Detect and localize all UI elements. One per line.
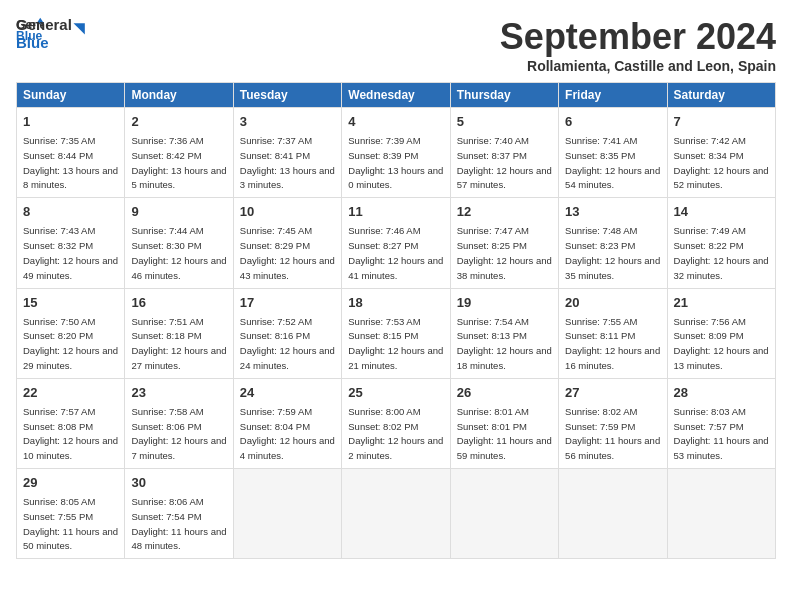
day-info: Sunrise: 7:42 AMSunset: 8:34 PMDaylight:… [674,135,769,190]
day-info: Sunrise: 7:48 AMSunset: 8:23 PMDaylight:… [565,225,660,280]
day-info: Sunrise: 8:03 AMSunset: 7:57 PMDaylight:… [674,406,769,461]
calendar-cell [342,469,450,559]
calendar-cell: 23 Sunrise: 7:58 AMSunset: 8:06 PMDaylig… [125,378,233,468]
calendar-cell: 24 Sunrise: 7:59 AMSunset: 8:04 PMDaylig… [233,378,341,468]
day-info: Sunrise: 7:49 AMSunset: 8:22 PMDaylight:… [674,225,769,280]
day-info: Sunrise: 8:01 AMSunset: 8:01 PMDaylight:… [457,406,552,461]
calendar-cell [233,469,341,559]
calendar-cell: 8 Sunrise: 7:43 AMSunset: 8:32 PMDayligh… [17,198,125,288]
day-number: 25 [348,384,443,402]
calendar-cell [559,469,667,559]
location-subtitle: Rollamienta, Castille and Leon, Spain [500,58,776,74]
day-number: 7 [674,113,769,131]
calendar-cell: 15 Sunrise: 7:50 AMSunset: 8:20 PMDaylig… [17,288,125,378]
day-info: Sunrise: 7:36 AMSunset: 8:42 PMDaylight:… [131,135,226,190]
day-number: 20 [565,294,660,312]
day-number: 28 [674,384,769,402]
calendar-week-row: 1 Sunrise: 7:35 AMSunset: 8:44 PMDayligh… [17,108,776,198]
calendar-cell [667,469,775,559]
day-number: 4 [348,113,443,131]
calendar-cell: 20 Sunrise: 7:55 AMSunset: 8:11 PMDaylig… [559,288,667,378]
calendar-cell: 4 Sunrise: 7:39 AMSunset: 8:39 PMDayligh… [342,108,450,198]
header-tuesday: Tuesday [233,83,341,108]
calendar-cell: 27 Sunrise: 8:02 AMSunset: 7:59 PMDaylig… [559,378,667,468]
day-info: Sunrise: 8:06 AMSunset: 7:54 PMDaylight:… [131,496,226,551]
calendar-week-row: 15 Sunrise: 7:50 AMSunset: 8:20 PMDaylig… [17,288,776,378]
day-number: 30 [131,474,226,492]
day-info: Sunrise: 7:44 AMSunset: 8:30 PMDaylight:… [131,225,226,280]
day-info: Sunrise: 7:41 AMSunset: 8:35 PMDaylight:… [565,135,660,190]
day-number: 5 [457,113,552,131]
day-number: 17 [240,294,335,312]
calendar-cell: 19 Sunrise: 7:54 AMSunset: 8:13 PMDaylig… [450,288,558,378]
day-info: Sunrise: 7:45 AMSunset: 8:29 PMDaylight:… [240,225,335,280]
calendar-week-row: 29 Sunrise: 8:05 AMSunset: 7:55 PMDaylig… [17,469,776,559]
calendar-cell: 16 Sunrise: 7:51 AMSunset: 8:18 PMDaylig… [125,288,233,378]
calendar-cell: 22 Sunrise: 7:57 AMSunset: 8:08 PMDaylig… [17,378,125,468]
calendar-cell: 2 Sunrise: 7:36 AMSunset: 8:42 PMDayligh… [125,108,233,198]
calendar-cell [450,469,558,559]
day-number: 21 [674,294,769,312]
day-number: 26 [457,384,552,402]
logo-blue: Blue [16,34,49,52]
day-number: 2 [131,113,226,131]
calendar-cell: 1 Sunrise: 7:35 AMSunset: 8:44 PMDayligh… [17,108,125,198]
day-info: Sunrise: 7:39 AMSunset: 8:39 PMDaylight:… [348,135,443,190]
calendar-cell: 21 Sunrise: 7:56 AMSunset: 8:09 PMDaylig… [667,288,775,378]
logo-arrow-icon [73,17,90,34]
day-number: 22 [23,384,118,402]
day-info: Sunrise: 8:05 AMSunset: 7:55 PMDaylight:… [23,496,118,551]
day-info: Sunrise: 7:59 AMSunset: 8:04 PMDaylight:… [240,406,335,461]
title-area: September 2024 Rollamienta, Castille and… [500,16,776,74]
calendar-cell: 26 Sunrise: 8:01 AMSunset: 8:01 PMDaylig… [450,378,558,468]
day-number: 24 [240,384,335,402]
calendar-cell: 17 Sunrise: 7:52 AMSunset: 8:16 PMDaylig… [233,288,341,378]
calendar-cell: 25 Sunrise: 8:00 AMSunset: 8:02 PMDaylig… [342,378,450,468]
calendar-cell: 10 Sunrise: 7:45 AMSunset: 8:29 PMDaylig… [233,198,341,288]
day-info: Sunrise: 7:43 AMSunset: 8:32 PMDaylight:… [23,225,118,280]
header-sunday: Sunday [17,83,125,108]
calendar-cell: 28 Sunrise: 8:03 AMSunset: 7:57 PMDaylig… [667,378,775,468]
day-number: 12 [457,203,552,221]
day-info: Sunrise: 7:40 AMSunset: 8:37 PMDaylight:… [457,135,552,190]
header-wednesday: Wednesday [342,83,450,108]
day-info: Sunrise: 7:52 AMSunset: 8:16 PMDaylight:… [240,316,335,371]
header-friday: Friday [559,83,667,108]
day-info: Sunrise: 7:54 AMSunset: 8:13 PMDaylight:… [457,316,552,371]
day-number: 23 [131,384,226,402]
day-info: Sunrise: 7:58 AMSunset: 8:06 PMDaylight:… [131,406,226,461]
calendar-cell: 6 Sunrise: 7:41 AMSunset: 8:35 PMDayligh… [559,108,667,198]
day-number: 8 [23,203,118,221]
day-info: Sunrise: 7:56 AMSunset: 8:09 PMDaylight:… [674,316,769,371]
day-number: 9 [131,203,226,221]
header: General Blue September 2024 Rollamienta,… [16,16,776,74]
day-number: 10 [240,203,335,221]
day-info: Sunrise: 7:35 AMSunset: 8:44 PMDaylight:… [23,135,118,190]
day-number: 6 [565,113,660,131]
calendar-cell: 7 Sunrise: 7:42 AMSunset: 8:34 PMDayligh… [667,108,775,198]
month-title: September 2024 [500,16,776,58]
day-number: 15 [23,294,118,312]
day-number: 14 [674,203,769,221]
day-number: 18 [348,294,443,312]
day-info: Sunrise: 7:46 AMSunset: 8:27 PMDaylight:… [348,225,443,280]
calendar-cell: 3 Sunrise: 7:37 AMSunset: 8:41 PMDayligh… [233,108,341,198]
calendar-cell: 18 Sunrise: 7:53 AMSunset: 8:15 PMDaylig… [342,288,450,378]
calendar-cell: 5 Sunrise: 7:40 AMSunset: 8:37 PMDayligh… [450,108,558,198]
logo-blue-text: Blue [16,34,49,51]
day-number: 29 [23,474,118,492]
day-number: 16 [131,294,226,312]
calendar-cell: 14 Sunrise: 7:49 AMSunset: 8:22 PMDaylig… [667,198,775,288]
calendar-week-row: 8 Sunrise: 7:43 AMSunset: 8:32 PMDayligh… [17,198,776,288]
calendar-cell: 9 Sunrise: 7:44 AMSunset: 8:30 PMDayligh… [125,198,233,288]
day-number: 27 [565,384,660,402]
day-number: 19 [457,294,552,312]
calendar-table: Sunday Monday Tuesday Wednesday Thursday… [16,82,776,559]
day-number: 3 [240,113,335,131]
logo-general-text: General [16,16,72,33]
day-info: Sunrise: 7:37 AMSunset: 8:41 PMDaylight:… [240,135,335,190]
day-info: Sunrise: 7:57 AMSunset: 8:08 PMDaylight:… [23,406,118,461]
day-info: Sunrise: 7:47 AMSunset: 8:25 PMDaylight:… [457,225,552,280]
day-info: Sunrise: 8:02 AMSunset: 7:59 PMDaylight:… [565,406,660,461]
day-info: Sunrise: 7:53 AMSunset: 8:15 PMDaylight:… [348,316,443,371]
